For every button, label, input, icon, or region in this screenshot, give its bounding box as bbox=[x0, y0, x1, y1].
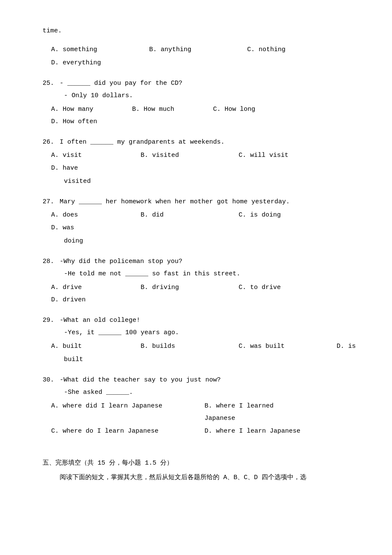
q26-line1: 26. I often ______ my grandparents at we… bbox=[43, 137, 358, 148]
q24-optB: B. anything bbox=[149, 44, 243, 55]
q30-wrapB-row: Japanese bbox=[51, 413, 358, 424]
q30-optB: B. where I learned bbox=[205, 401, 358, 412]
q28-line1: 28. -Why did the policeman stop you? bbox=[43, 256, 358, 267]
q30-options-row1: A. where did I learn Japanese B. where I… bbox=[51, 401, 358, 412]
q25-optC: C. How long bbox=[213, 104, 290, 115]
q27-optA: A. does bbox=[51, 210, 136, 221]
q26-optD: D. have bbox=[51, 163, 78, 174]
q27-optB: B. did bbox=[141, 210, 234, 221]
q29-line2: -Yes, it ______ 100 years ago. bbox=[64, 327, 358, 338]
question-30-block: 30. -What did the teacher say to you jus… bbox=[43, 375, 358, 437]
question-29-block: 29. -What an old college! -Yes, it _____… bbox=[43, 315, 358, 365]
q29-optA: A. built bbox=[51, 341, 136, 352]
q24-options: A. something B. anything C. nothing bbox=[51, 44, 358, 55]
q29-options: A. built B. builds C. was built D. is bbox=[51, 341, 358, 352]
q30-wrapB: Japanese bbox=[205, 413, 358, 424]
q30-line1: 30. -What did the teacher say to you jus… bbox=[43, 375, 358, 386]
q30-optC: C. where do I learn Japanese bbox=[51, 426, 205, 437]
q30-options-row2: C. where do I learn Japanese D. where I … bbox=[51, 426, 358, 437]
q30-optA: A. where did I learn Japanese bbox=[51, 401, 205, 412]
q25-line1: 25. - ______ did you pay for the CD? bbox=[43, 78, 358, 89]
q30-optD: D. where I learn Japanese bbox=[205, 426, 358, 437]
q29-wrap: built bbox=[64, 354, 358, 365]
q26-options: A. visit B. visited C. will visit D. hav… bbox=[51, 150, 358, 173]
question-28-block: 28. -Why did the policeman stop you? -He… bbox=[43, 256, 358, 306]
question-24-block: A. something B. anything C. nothing D. e… bbox=[43, 44, 358, 69]
q28-line2: -He told me not ______ so fast in this s… bbox=[64, 269, 358, 280]
question-27-block: 27. Mary ______ her homework when her mo… bbox=[43, 197, 358, 247]
q29-optD: D. is bbox=[337, 341, 356, 352]
q24-optD: D. everything bbox=[51, 58, 145, 69]
q27-optC: C. is doing bbox=[239, 210, 332, 221]
q25-optD: D. How often bbox=[51, 116, 128, 127]
intro-time-line: time. bbox=[43, 26, 358, 37]
q26-wrap: visited bbox=[64, 176, 358, 187]
q29-optC: C. was built bbox=[239, 341, 332, 352]
q28-optB: B. driving bbox=[141, 282, 234, 293]
q28-optA: A. drive bbox=[51, 282, 136, 293]
q24-optC: C. nothing bbox=[247, 44, 341, 55]
q26-optC: C. will visit bbox=[239, 150, 332, 161]
q24-optA: A. something bbox=[51, 44, 145, 55]
q25-optB: B. How much bbox=[132, 104, 209, 115]
q27-wrap: doing bbox=[64, 236, 358, 247]
q30-line2: -She asked ______. bbox=[64, 387, 358, 398]
question-25-block: 25. - ______ did you pay for the CD? - O… bbox=[43, 78, 358, 127]
section5-header: 五、完形填空（共 15 分，每小题 1.5 分） bbox=[43, 458, 358, 469]
q25-line2: - Only 10 dollars. bbox=[64, 90, 358, 101]
q25-options: A. How many B. How much C. How long D. H… bbox=[51, 104, 358, 127]
q26-optA: A. visit bbox=[51, 150, 136, 161]
q27-line1: 27. Mary ______ her homework when her mo… bbox=[43, 197, 358, 208]
section-5: 五、完形填空（共 15 分，每小题 1.5 分） 阅读下面的短文，掌握其大意，然… bbox=[43, 458, 358, 483]
section5-sub: 阅读下面的短文，掌握其大意，然后从短文后各题所给的 A、B、C、D 四个选项中，… bbox=[60, 472, 358, 483]
q27-options: A. does B. did C. is doing D. was bbox=[51, 210, 358, 233]
q28-options: A. drive B. driving C. to drive D. drive… bbox=[51, 282, 358, 306]
q27-optD: D. was bbox=[51, 223, 74, 234]
question-26-block: 26. I often ______ my grandparents at we… bbox=[43, 137, 358, 187]
q24-optD-row: D. everything bbox=[51, 58, 358, 69]
q29-optB: B. builds bbox=[141, 341, 234, 352]
q28-optC: C. to drive bbox=[239, 282, 332, 293]
q28-optD: D. driven bbox=[51, 295, 86, 306]
q29-line1: 29. -What an old college! bbox=[43, 315, 358, 326]
q25-optA: A. How many bbox=[51, 104, 128, 115]
q26-optB: B. visited bbox=[141, 150, 234, 161]
